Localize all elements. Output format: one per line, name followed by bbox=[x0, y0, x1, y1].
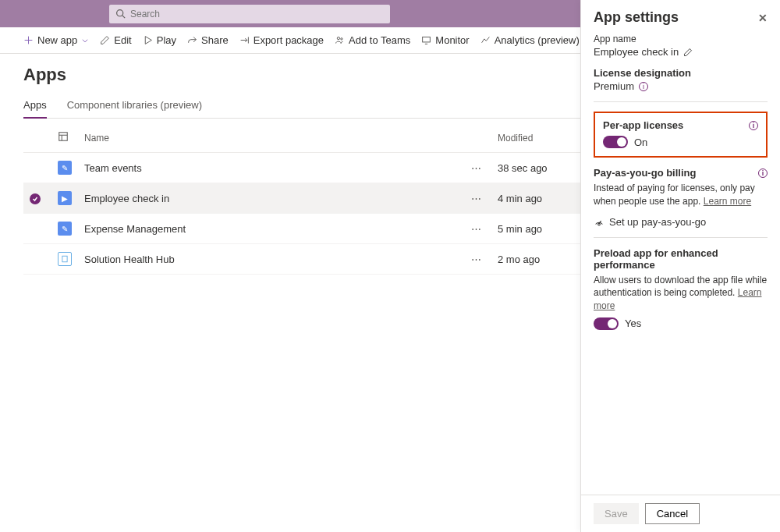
panel-footer: Save Cancel bbox=[581, 495, 780, 532]
license-designation-value: Premium i bbox=[594, 80, 768, 92]
payg-description: Instead of paying for licenses, only pay… bbox=[594, 182, 768, 208]
app-name-label: App name bbox=[594, 34, 768, 44]
svg-rect-16 bbox=[62, 256, 67, 262]
selected-check-icon bbox=[30, 193, 41, 204]
svg-point-8 bbox=[337, 37, 339, 39]
analytics-button[interactable]: Analytics (preview) bbox=[480, 34, 580, 46]
app-icon bbox=[58, 252, 72, 266]
tab-apps[interactable]: Apps bbox=[23, 99, 47, 119]
icon-column-header[interactable] bbox=[51, 123, 78, 153]
edit-button[interactable]: Edit bbox=[100, 34, 131, 46]
tab-component-libraries[interactable]: Component libraries (preview) bbox=[67, 99, 202, 118]
info-icon[interactable]: i bbox=[758, 168, 768, 178]
svg-rect-13 bbox=[59, 133, 68, 141]
close-panel-button[interactable]: ✕ bbox=[758, 12, 768, 24]
monitor-button[interactable]: Monitor bbox=[421, 34, 469, 46]
preload-toggle[interactable]: Yes bbox=[594, 317, 768, 330]
info-icon[interactable]: i bbox=[749, 121, 758, 130]
export-icon bbox=[239, 35, 250, 45]
search-box[interactable] bbox=[109, 5, 390, 23]
more-actions-button[interactable]: ⋯ bbox=[471, 162, 482, 174]
svg-point-0 bbox=[117, 10, 123, 16]
payg-learn-more-link[interactable]: Learn more bbox=[704, 196, 751, 207]
meter-icon bbox=[594, 216, 604, 227]
export-button[interactable]: Export package bbox=[239, 34, 324, 46]
share-button[interactable]: Share bbox=[187, 34, 229, 46]
svg-point-9 bbox=[341, 38, 342, 40]
col-name[interactable]: Name bbox=[78, 123, 465, 153]
new-app-button[interactable]: New app bbox=[23, 34, 89, 46]
app-icon: ✎ bbox=[58, 222, 72, 236]
pencil-icon bbox=[100, 35, 110, 45]
plus-icon bbox=[23, 35, 34, 45]
preload-label: Preload app for enhanced performance bbox=[594, 247, 768, 271]
preload-description: Allow users to download the app file whi… bbox=[594, 274, 768, 313]
app-icon: ✎ bbox=[58, 161, 72, 175]
layout-icon bbox=[58, 131, 69, 142]
payg-label: Pay-as-you-go billing i bbox=[594, 167, 768, 179]
app-icon: ▶ bbox=[58, 191, 72, 205]
play-icon bbox=[143, 35, 153, 45]
svg-marker-7 bbox=[145, 37, 151, 44]
toggle-pill bbox=[594, 317, 619, 330]
chart-icon bbox=[480, 35, 491, 45]
toggle-pill bbox=[603, 136, 628, 148]
svg-rect-10 bbox=[423, 37, 431, 42]
play-button[interactable]: Play bbox=[143, 34, 176, 46]
license-designation-label: License designation bbox=[594, 67, 768, 79]
chevron-down-icon bbox=[81, 37, 89, 44]
app-name-value: Employee check in bbox=[594, 46, 768, 58]
app-name-cell: Employee check in bbox=[78, 183, 465, 214]
cancel-button[interactable]: Cancel bbox=[645, 503, 700, 524]
teams-icon bbox=[335, 35, 345, 45]
search-input[interactable] bbox=[130, 9, 384, 20]
more-actions-button[interactable]: ⋯ bbox=[471, 193, 482, 204]
svg-line-1 bbox=[122, 16, 125, 18]
per-app-licenses-highlight: Per-app licenses i On bbox=[594, 112, 768, 158]
app-name-cell: Expense Management bbox=[78, 214, 465, 244]
setup-payg-link[interactable]: Set up pay-as-you-go bbox=[594, 216, 768, 228]
info-icon[interactable]: i bbox=[639, 82, 648, 91]
per-app-licenses-toggle[interactable]: On bbox=[603, 136, 758, 148]
more-actions-button[interactable]: ⋯ bbox=[471, 254, 482, 265]
monitor-icon bbox=[421, 35, 431, 45]
add-to-teams-button[interactable]: Add to Teams bbox=[335, 34, 410, 46]
app-settings-panel: App settings ✕ App name Employee check i… bbox=[580, 0, 780, 532]
search-icon bbox=[115, 9, 126, 19]
more-actions-button[interactable]: ⋯ bbox=[471, 223, 482, 235]
panel-title: App settings ✕ bbox=[594, 9, 768, 26]
app-name-cell: Team events bbox=[78, 153, 465, 183]
pencil-icon[interactable] bbox=[683, 48, 693, 57]
per-app-licenses-label: Per-app licenses i bbox=[603, 119, 758, 131]
save-button: Save bbox=[594, 503, 639, 524]
share-icon bbox=[187, 35, 197, 45]
app-name-cell: Solution Health Hub bbox=[78, 244, 465, 275]
